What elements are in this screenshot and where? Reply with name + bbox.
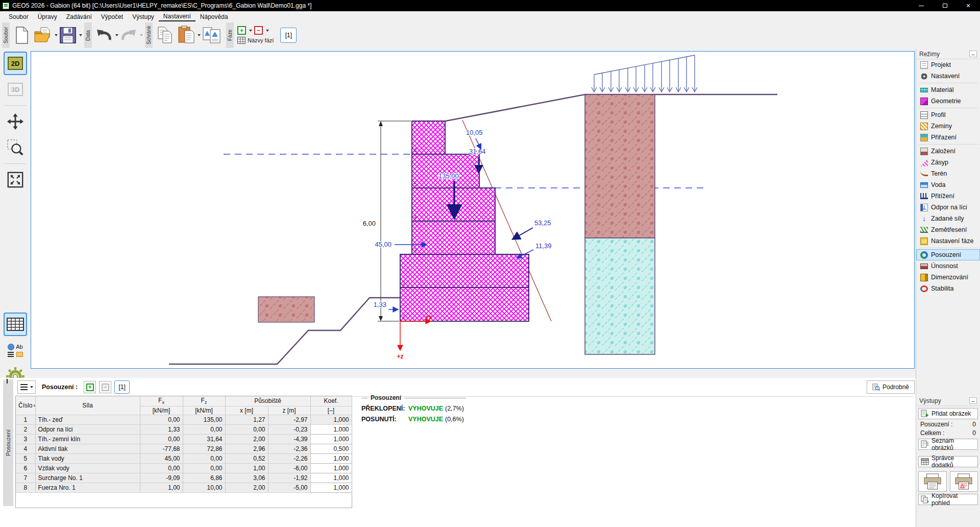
wall-height-label: 6,00 — [363, 220, 376, 227]
sidebar-item-zadane-sily[interactable]: ↓Zadané síly — [916, 213, 980, 224]
view-3d-button[interactable]: 3D — [4, 78, 27, 101]
sidebar-item-dimenzovani[interactable]: Dimenzování — [916, 272, 980, 283]
sidebar-item-material[interactable]: Materiál — [916, 84, 980, 95]
forces-table: Číslo▲ Síla Fx Fz Působiště Koef. [kN/m]… — [15, 396, 352, 508]
copy-view-button[interactable]: Kopírovat pohled — [918, 494, 978, 505]
remove-phase-caret[interactable] — [266, 30, 269, 32]
col-header-fz[interactable]: Fz — [183, 396, 225, 406]
paste-button[interactable] — [176, 23, 197, 47]
koef-input[interactable]: 1,000 — [310, 424, 352, 434]
force-label-active: 53,25 — [534, 219, 551, 227]
table-row[interactable]: 1Tíh.- zeď0,00135,001,27-2,971,000 — [16, 415, 352, 424]
frame-side-tab[interactable]: Posouzení — [3, 379, 13, 506]
menu-vypocet[interactable]: Výpočet — [96, 11, 128, 21]
sidebar-item-posouzeni[interactable]: Posouzení — [916, 249, 980, 260]
menu-upravy[interactable]: Úpravy — [33, 11, 62, 21]
sidebar-item-nastaveni[interactable]: Nastavení — [916, 70, 980, 82]
table-view-button[interactable] — [4, 313, 27, 336]
redo-dropdown-caret[interactable] — [140, 34, 143, 36]
modes-minimize-button[interactable]: – — [969, 51, 977, 57]
phase-names-button[interactable]: Názvy fází — [237, 36, 274, 44]
sidebar-item-geometrie[interactable]: Geometrie — [916, 95, 980, 107]
print-document-button[interactable] — [918, 471, 947, 492]
table-icon — [6, 317, 24, 332]
sidebar-item-zalozeni[interactable]: Založení — [916, 146, 980, 157]
force-label-self-weight: 135,00 — [438, 172, 459, 180]
pan-button[interactable] — [4, 110, 27, 133]
sidebar-item-projekt[interactable]: Projekt — [916, 59, 980, 70]
sidebar-item-zeminy[interactable]: Zeminy — [916, 121, 980, 132]
sidebar-item-unosnost[interactable]: Únosnost — [916, 260, 980, 272]
col-header-cislo[interactable]: Číslo▲ — [16, 396, 35, 415]
table-row[interactable]: 6Vztlak vody0,000,001,00-6,001,000 — [16, 463, 352, 473]
col-header-fx[interactable]: Fx — [140, 396, 183, 406]
menu-zadavani[interactable]: Zadávání — [62, 11, 96, 21]
verification-1-button[interactable]: [1] — [114, 380, 130, 394]
koef-input[interactable]: 1,000 — [310, 453, 352, 463]
phase-1-button[interactable]: [1] — [280, 28, 297, 43]
soil-column-upper — [585, 94, 655, 238]
sidebar-item-prirazeni[interactable]: Přiřazení — [916, 132, 980, 143]
table-row[interactable]: 3Tíh.- zemní klín0,0031,642,00-4,391,000 — [16, 434, 352, 444]
addon-manager-button[interactable]: Správce dodatků — [918, 456, 978, 467]
remove-phase-button[interactable]: − — [254, 26, 263, 35]
sidebar-item-profil[interactable]: Profil — [916, 109, 980, 121]
koef-input[interactable]: 1,000 — [310, 434, 352, 444]
table-row[interactable]: 4Aktivní tlak-77,6872,862,96-2,360,500 — [16, 444, 352, 453]
sidebar-item-voda[interactable]: Voda — [916, 179, 980, 190]
save-dropdown-caret[interactable] — [79, 34, 82, 36]
add-verification-button[interactable]: + — [84, 381, 96, 393]
open-file-button[interactable] — [32, 23, 54, 47]
menu-napoveda[interactable]: Nápověda — [195, 11, 233, 21]
sidebar-item-zasyp[interactable]: Zásyp — [916, 157, 980, 168]
menu-vystupy[interactable]: Výstupy — [128, 11, 159, 21]
add-phase-button[interactable]: + — [237, 26, 246, 35]
outputs-minimize-button[interactable]: – — [969, 397, 977, 404]
print-preview-button[interactable] — [201, 23, 224, 47]
view-2d-button[interactable]: 2D — [4, 52, 27, 75]
col-header-sila[interactable]: Síla — [35, 396, 140, 415]
sidebar-item-teren[interactable]: Terén — [916, 168, 980, 179]
koef-input[interactable]: 0,500 — [310, 444, 352, 453]
table-row[interactable]: 5Tlak vody45,000,000,52-2,261,000 — [16, 453, 352, 463]
sidebar-item-odpor-na-lici[interactable]: ⊥Odpor na líci — [916, 202, 980, 213]
zoom-button[interactable] — [4, 136, 27, 159]
minimize-button[interactable] — [910, 0, 933, 11]
undo-button[interactable] — [94, 23, 114, 47]
toolbar-group-data-label: Data — [84, 22, 92, 48]
legend-ab-icon: Ab — [7, 343, 24, 358]
material-icon — [920, 88, 928, 92]
print-picture-button[interactable] — [950, 471, 978, 492]
maximize-button[interactable] — [933, 0, 957, 11]
col-header-pusobiste[interactable]: Působiště — [225, 396, 310, 406]
frame-menu-button[interactable] — [17, 380, 36, 394]
table-row[interactable]: 8Fuerza Nro. 11,0010,002,00-5,001,000 — [16, 483, 352, 492]
drawing-canvas[interactable]: 6 5 4 3 2 1 6,00 10,05 31,64 135,00 4 — [31, 51, 915, 369]
legend-button[interactable]: Ab — [4, 339, 27, 362]
save-button[interactable] — [58, 23, 78, 47]
menu-soubor[interactable]: Soubor — [4, 11, 33, 21]
koef-input[interactable]: 1,000 — [310, 473, 352, 483]
sidebar-item-nastaveni-faze[interactable]: 12Nastavení fáze — [916, 235, 980, 247]
close-button[interactable]: × — [957, 0, 980, 11]
details-button[interactable]: Podrobně — [867, 380, 915, 394]
frame-drag-handle[interactable] — [7, 379, 8, 384]
redo-button[interactable] — [118, 23, 139, 47]
sidebar-item-pritizeni[interactable]: Přitížení — [916, 190, 980, 202]
koef-input[interactable]: 1,000 — [310, 483, 352, 492]
fit-view-button[interactable] — [4, 168, 27, 191]
table-row[interactable]: 7Surcharge No. 1-9,096,863,06-1,921,000 — [16, 473, 352, 483]
col-header-koef[interactable]: Koef. — [310, 396, 352, 406]
picture-list-button[interactable]: Seznam obrázků — [918, 439, 978, 450]
sidebar-item-stabilita[interactable]: Stabilita — [916, 283, 980, 294]
sidebar-item-zemetreseni[interactable]: Zemětřesení — [916, 224, 980, 235]
koef-input[interactable]: 1,000 — [310, 463, 352, 473]
menu-nastaveni[interactable]: Nastavení — [159, 11, 195, 21]
copy-button[interactable] — [155, 23, 176, 47]
paste-icon — [178, 26, 195, 45]
add-picture-button[interactable]: Přidat obrázek — [918, 408, 978, 419]
table-row[interactable]: 2Odpor na líci1,330,000,00-0,231,000 — [16, 424, 352, 434]
add-phase-caret[interactable] — [249, 30, 252, 32]
new-file-button[interactable] — [12, 23, 32, 47]
remove-verification-button[interactable]: − — [99, 381, 111, 393]
